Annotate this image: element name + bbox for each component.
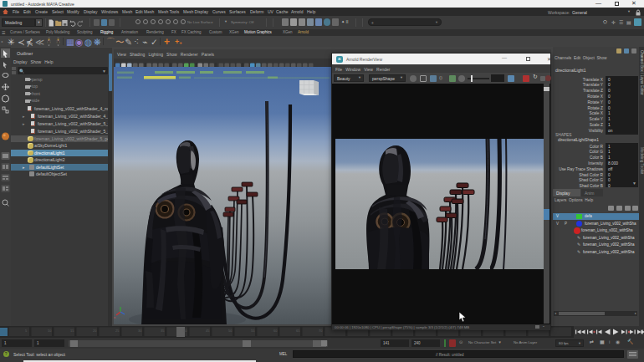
svg-text:25: 25 [115, 329, 120, 333]
svg-text:10: 10 [48, 329, 52, 333]
svg-text:65: 65 [296, 329, 300, 333]
svg-text:50: 50 [228, 329, 233, 333]
svg-text:15: 15 [70, 329, 74, 333]
svg-text:35: 35 [161, 329, 165, 333]
svg-text:20: 20 [93, 329, 97, 333]
svg-text:30: 30 [138, 329, 142, 333]
svg-text:45: 45 [206, 329, 210, 333]
svg-text:40: 40 [183, 329, 187, 333]
svg-text:x: x [114, 315, 115, 319]
svg-text:60: 60 [273, 329, 278, 333]
svg-text:70: 70 [319, 329, 323, 333]
svg-text:55: 55 [251, 329, 255, 333]
